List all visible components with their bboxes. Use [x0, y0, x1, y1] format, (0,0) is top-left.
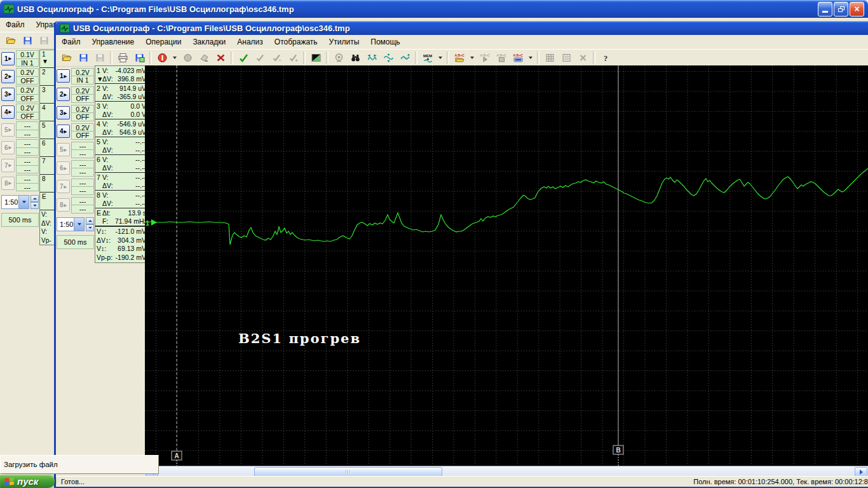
back-measurement-label-6: 6	[40, 139, 54, 157]
front-channel-2-settings: 0.2VOFF	[71, 86, 94, 103]
toolbar-export-image-button[interactable]	[131, 50, 147, 66]
toolbar-abc-display-dropdown[interactable]	[526, 50, 535, 66]
toolbar-separator	[537, 51, 539, 64]
front-menu-4[interactable]: Анализ	[231, 36, 269, 48]
front-channel-8-range: ---	[71, 197, 94, 206]
back-channel-4-input: OFF	[16, 112, 39, 121]
toolbar-delete-marked-button[interactable]	[212, 50, 229, 66]
toolbar-save-file-button[interactable]	[75, 50, 92, 66]
back-measurement-label-1: 1▼	[40, 50, 54, 68]
channel-1-trace-marker[interactable]: 1	[146, 219, 157, 227]
svg-text:MEM: MEM	[423, 54, 432, 58]
svg-text:?: ?	[604, 54, 607, 63]
horizontal-scrollbar[interactable]	[145, 466, 868, 477]
back-channel-2-settings: 0.2VOFF	[16, 68, 39, 85]
spin-down-button[interactable]	[86, 224, 94, 231]
front-channel-5-settings: ------	[71, 142, 94, 158]
back-cursor-label-3: Vp-	[40, 236, 54, 245]
front-menu-7[interactable]: Помощь	[365, 36, 405, 48]
front-channel-4-button[interactable]: 4▶	[57, 125, 70, 138]
front-channel-5-button[interactable]: 5▶	[57, 143, 70, 156]
back-channel-1-input: IN 1	[16, 58, 39, 67]
svg-text:A: A	[174, 452, 179, 459]
front-menu-3[interactable]: Закладки	[187, 36, 231, 48]
front-channel-1-settings: 0.2VIN 1	[71, 68, 94, 85]
spin-down-button[interactable]	[31, 202, 39, 209]
toolbar-stop-dropdown[interactable]	[170, 50, 179, 66]
start-button[interactable]: пуск	[0, 475, 55, 488]
front-channel-6-button[interactable]: 6▶	[57, 161, 70, 175]
toolbar-fit-vertical-button[interactable]	[380, 50, 397, 66]
front-menu-5[interactable]: Отображать	[269, 36, 323, 48]
toolbar-search-signal-button[interactable]	[347, 50, 363, 66]
toolbar-help-button[interactable]: ?	[597, 50, 614, 66]
back-channel-2-button[interactable]: 2▶	[1, 70, 15, 83]
back-channel-5-button[interactable]: 5▶	[1, 123, 15, 137]
back-channel-6-settings: ------	[16, 139, 39, 156]
front-channel-3-row: 3▶0.2VOFF	[57, 104, 94, 122]
back-channel-8-button[interactable]: 8▶	[1, 177, 15, 190]
back-scale-combobox[interactable]: 1:50	[1, 195, 29, 209]
measurement-channel-6: 6V:--.-- ΔV:--.--	[95, 155, 147, 173]
spin-up-button[interactable]	[31, 195, 39, 202]
toolbar-fit-horizontal-button[interactable]	[363, 50, 380, 66]
toolbar-memory-button[interactable]: MEM	[419, 50, 436, 66]
front-timebase[interactable]: 500 ms	[57, 235, 94, 249]
back-channel-2-row: 2▶0.2VOFF	[1, 67, 39, 85]
front-channel-2-range: 0.2V	[71, 86, 94, 95]
spin-up-button[interactable]	[86, 217, 94, 224]
toolbar-open-file-button[interactable]	[58, 50, 75, 66]
front-channel-7-input: ---	[71, 186, 94, 195]
back-channel-1-button[interactable]: 1▶	[1, 52, 15, 65]
toolbar-accept-button[interactable]	[235, 50, 252, 66]
front-channel-3-button[interactable]: 3▶	[57, 106, 70, 119]
marker-b[interactable]: B	[613, 65, 623, 466]
toolbar-abc-open-dropdown[interactable]	[468, 50, 477, 66]
front-channel-1-button[interactable]: 1▶	[57, 69, 70, 83]
toolbar-fit-wave-button[interactable]	[397, 50, 413, 66]
front-menu-1[interactable]: Управление	[86, 36, 140, 48]
toolbar-print-button[interactable]	[114, 50, 131, 66]
front-menu-2[interactable]: Операции	[140, 36, 187, 48]
back-channel-1-settings: 0.1VIN 1	[16, 50, 39, 67]
toolbar-accept-prev-button	[252, 50, 268, 66]
back-window-titlebar[interactable]: USB Осциллограф - C:\Program Files\USB О…	[0, 0, 868, 18]
measurement-channel-2: 2V:914.9 uV ΔV:-365.9 uV	[95, 84, 147, 102]
toolbar-stop-button[interactable]	[154, 50, 170, 66]
back-timebase[interactable]: 500 ms	[1, 213, 39, 227]
front-menu-6[interactable]: Утилиты	[323, 36, 365, 48]
front-scale-row: 1:50	[57, 217, 94, 231]
front-channel-7-button[interactable]: 7▶	[57, 180, 70, 193]
restore-button[interactable]	[834, 2, 848, 17]
chevron-down-icon[interactable]	[18, 196, 29, 208]
front-channel-3-settings: 0.2VOFF	[71, 105, 94, 121]
front-window-title: USB Осциллограф - C:\Program Files\USB О…	[73, 24, 350, 33]
scope-display[interactable]: A B 1 B2S1 прогрев	[145, 65, 868, 466]
front-channel-2-button[interactable]: 2▶	[57, 88, 70, 101]
front-channel-1-row: 1▶0.2VIN 1	[57, 67, 94, 85]
back-channel-6-button[interactable]: 6▶	[1, 141, 15, 154]
back-channel-4-button[interactable]: 4▶	[1, 105, 15, 119]
toolbar-invert-display-button[interactable]	[308, 50, 324, 66]
close-button[interactable]: ×	[850, 2, 864, 17]
minimize-button[interactable]	[818, 2, 832, 17]
front-scale-combobox[interactable]: 1:50	[57, 217, 85, 231]
toolbar-abc-display-button[interactable]: A:B+C	[510, 50, 526, 66]
back-scale-spinner[interactable]	[31, 195, 39, 209]
toolbar-save-file-button[interactable]	[19, 32, 36, 48]
front-menu-0[interactable]: Файл	[56, 36, 86, 48]
toolbar-open-file-button[interactable]	[3, 32, 19, 48]
chevron-down-icon[interactable]	[74, 218, 84, 231]
front-channel-8-button[interactable]: 8▶	[57, 198, 70, 212]
back-menu-0[interactable]: Файл	[0, 18, 31, 31]
toolbar-memory-dropdown[interactable]	[436, 50, 445, 66]
toolbar-separator	[110, 51, 112, 64]
toolbar-accept-add-button	[285, 50, 301, 66]
marker-a[interactable]: A	[172, 65, 182, 466]
front-window-titlebar[interactable]: USB Осциллограф - C:\Program Files\USB О…	[56, 21, 868, 35]
back-channel-3-button[interactable]: 3▶	[1, 88, 15, 101]
toolbar-abc-open-button[interactable]: A:B+C	[451, 50, 468, 66]
front-scale-spinner[interactable]	[86, 217, 94, 231]
back-channel-7-button[interactable]: 7▶	[1, 159, 15, 172]
scroll-thumb[interactable]	[254, 467, 442, 477]
